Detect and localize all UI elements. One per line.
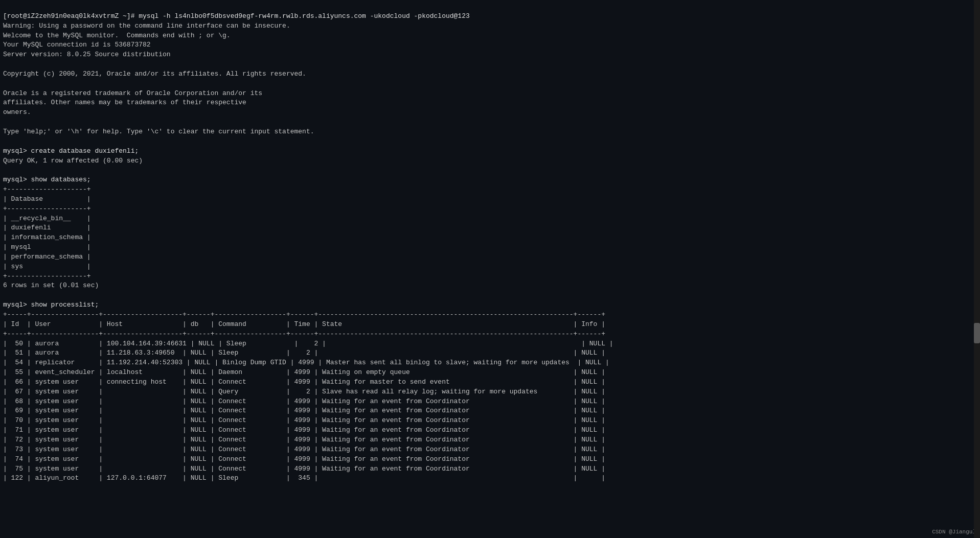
terminal-line: | duxiefenli | <box>3 223 977 233</box>
terminal-line: mysql> show databases; <box>3 175 977 185</box>
terminal-line: Warning: Using a password on the command… <box>3 21 977 31</box>
terminal-line: | Database | <box>3 195 977 204</box>
terminal-line: | 51 | aurora | 11.218.63.3:49650 | NULL… <box>3 348 977 358</box>
terminal-line: | 73 | system user | | NULL | Connect | … <box>3 445 977 455</box>
terminal-line: | 54 | replicator | 11.192.214.40:52303 … <box>3 358 977 368</box>
terminal-line <box>3 60 977 69</box>
terminal-line: Your MySQL connection id is 536873782 <box>3 40 977 50</box>
terminal-line: | Id | User | Host | db | Command | Time… <box>3 320 977 330</box>
terminal-line: +-----+-----------------+---------------… <box>3 330 977 339</box>
terminal-line: +-----+-----------------+---------------… <box>3 310 977 320</box>
terminal-line: | mysql | <box>3 243 977 252</box>
terminal-line: | 66 | system user | connecting host | N… <box>3 378 977 387</box>
terminal-line: | 70 | system user | | NULL | Connect | … <box>3 416 977 426</box>
terminal-line <box>3 118 977 127</box>
terminal-line: +--------------------+ <box>3 272 977 282</box>
terminal-line: | 68 | system user | | NULL | Connect | … <box>3 397 977 407</box>
terminal-line: +--------------------+ <box>3 204 977 214</box>
terminal-line: [root@iZ2zeh91n0eaq0lk4xvtrmZ ~]# mysql … <box>3 12 977 21</box>
terminal-line: +--------------------+ <box>3 185 977 195</box>
terminal-line <box>3 166 977 175</box>
terminal-line: | performance_schema | <box>3 252 977 262</box>
terminal-line: Type 'help;' or '\h' for help. Type '\c'… <box>3 127 977 137</box>
terminal-line: Server version: 8.0.25 Source distributi… <box>3 50 977 60</box>
terminal-line: | 50 | aurora | 100.104.164.39:46631 | N… <box>3 339 977 349</box>
terminal-line: | 55 | event_scheduler | localhost | NUL… <box>3 368 977 378</box>
terminal-line: mysql> show processlist; <box>3 300 977 310</box>
watermark: CSDN @Jiangul <box>932 529 976 535</box>
terminal-line: | 74 | system user | | NULL | Connect | … <box>3 455 977 464</box>
terminal-line: Copyright (c) 2000, 2021, Oracle and/or … <box>3 69 977 79</box>
terminal-line: | 122 | aliyun_root | 127.0.0.1:64077 | … <box>3 474 977 483</box>
terminal-line: Query OK, 1 row affected (0.00 sec) <box>3 156 977 166</box>
terminal-line: | 75 | system user | | NULL | Connect | … <box>3 464 977 474</box>
terminal-line: 6 rows in set (0.01 sec) <box>3 281 977 291</box>
terminal-line <box>3 291 977 300</box>
terminal-line <box>3 137 977 147</box>
terminal-line: | 67 | system user | | NULL | Query | 2 … <box>3 387 977 397</box>
scrollbar[interactable] <box>974 0 980 538</box>
terminal-line <box>3 79 977 89</box>
terminal-line: | information_schema | <box>3 233 977 243</box>
terminal-line: mysql> create database duxiefenli; <box>3 147 977 156</box>
terminal-line: | sys | <box>3 262 977 272</box>
terminal-window[interactable]: [root@iZ2zeh91n0eaq0lk4xvtrmZ ~]# mysql … <box>0 0 980 538</box>
terminal-line: Oracle is a registered trademark of Orac… <box>3 89 977 99</box>
terminal-line: affiliates. Other names may be trademark… <box>3 98 977 108</box>
terminal-line: owners. <box>3 108 977 118</box>
terminal-line: Welcome to the MySQL monitor. Commands e… <box>3 31 977 41</box>
terminal-line: | __recycle_bin__ | <box>3 214 977 224</box>
terminal-line: | 69 | system user | | NULL | Connect | … <box>3 406 977 416</box>
scrollbar-thumb[interactable] <box>974 323 980 343</box>
terminal-line: | 71 | system user | | NULL | Connect | … <box>3 426 977 435</box>
terminal-line: | 72 | system user | | NULL | Connect | … <box>3 435 977 445</box>
